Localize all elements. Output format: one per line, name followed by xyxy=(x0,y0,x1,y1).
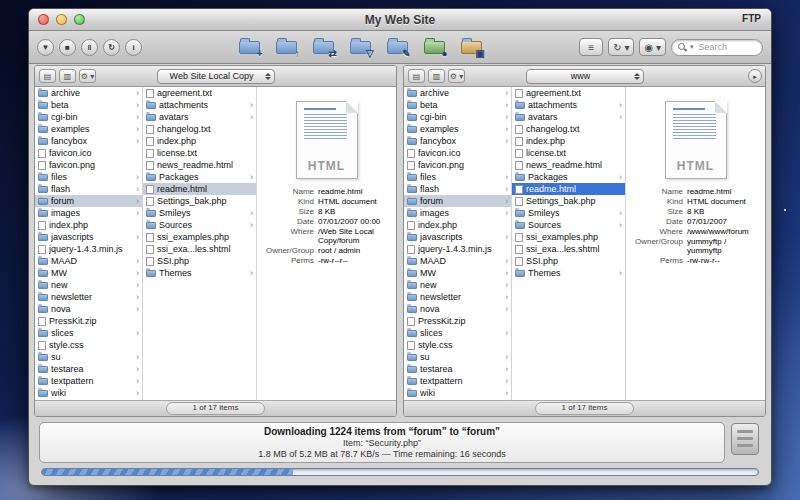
list-item[interactable]: ssi_examples.php xyxy=(143,231,256,243)
list-item[interactable]: slices› xyxy=(404,327,511,339)
list-item[interactable]: Sources› xyxy=(512,219,625,231)
list-item[interactable]: changelog.txt xyxy=(143,123,256,135)
list-item[interactable]: MW› xyxy=(404,267,511,279)
local-folder-column[interactable]: archive›beta›cgi-bin›examples›fancybox›f… xyxy=(35,87,143,400)
list-item[interactable]: examples› xyxy=(404,123,511,135)
new-folder-icon[interactable]: + xyxy=(237,36,263,58)
list-item[interactable]: index.php xyxy=(512,135,625,147)
list-item[interactable]: javascripts› xyxy=(404,231,511,243)
list-item[interactable]: news_readme.html xyxy=(143,159,256,171)
list-item[interactable]: license.txt xyxy=(512,147,625,159)
local-file-column[interactable]: agreement.txtattachments›avatars›changel… xyxy=(143,87,257,400)
view-options-button[interactable]: ◉ ▾ xyxy=(639,38,666,56)
list-item[interactable]: archive› xyxy=(35,87,142,99)
list-item[interactable]: index.php xyxy=(35,219,142,231)
list-item[interactable]: flash› xyxy=(35,183,142,195)
refresh-button[interactable]: ↻ xyxy=(103,39,120,56)
list-item[interactable]: ssi_exa...les.shtml xyxy=(512,243,625,255)
close-button[interactable] xyxy=(38,14,49,25)
list-item[interactable]: jquery-1.4.3.min.js xyxy=(404,243,511,255)
list-item[interactable]: images› xyxy=(35,207,142,219)
list-item[interactable]: testarea› xyxy=(35,363,142,375)
list-item[interactable]: forum› xyxy=(404,195,511,207)
list-item[interactable]: Smileys› xyxy=(143,207,256,219)
list-item[interactable]: new› xyxy=(404,279,511,291)
list-item[interactable]: beta› xyxy=(35,99,142,111)
list-item[interactable]: style.css xyxy=(35,339,142,351)
pause-button[interactable]: ‖ xyxy=(81,39,98,56)
list-item[interactable]: PressKit.zip xyxy=(404,315,511,327)
list-item[interactable]: index.php xyxy=(143,135,256,147)
list-item[interactable]: PressKit.zip xyxy=(35,315,142,327)
remote-file-column[interactable]: agreement.txtattachments›avatars›changel… xyxy=(512,87,626,400)
list-item[interactable]: Settings_bak.php xyxy=(512,195,625,207)
list-item[interactable]: SSI.php xyxy=(512,255,625,267)
edit-icon[interactable]: ✎ xyxy=(385,36,411,58)
list-item[interactable]: su› xyxy=(404,351,511,363)
list-item[interactable]: Packages› xyxy=(512,171,625,183)
list-item[interactable]: wiki› xyxy=(35,387,142,399)
list-item[interactable]: MAAD› xyxy=(404,255,511,267)
web-icon[interactable]: ● xyxy=(422,36,448,58)
search-scope-caret-icon[interactable]: ▾ xyxy=(690,43,694,51)
list-item[interactable]: textpattern› xyxy=(35,375,142,387)
list-item[interactable]: su› xyxy=(35,351,142,363)
list-item[interactable]: fancybox› xyxy=(404,135,511,147)
info-button[interactable]: i xyxy=(125,39,142,56)
list-item[interactable]: license.txt xyxy=(143,147,256,159)
list-item[interactable]: Themes› xyxy=(143,267,256,279)
list-item[interactable]: Packages› xyxy=(143,171,256,183)
list-item[interactable]: attachments› xyxy=(143,99,256,111)
list-item[interactable]: Settings_bak.php xyxy=(143,195,256,207)
list-item[interactable]: nova› xyxy=(404,303,511,315)
list-item[interactable]: favicon.png xyxy=(35,159,142,171)
list-item[interactable]: Smileys› xyxy=(512,207,625,219)
list-item[interactable]: avatars› xyxy=(512,111,625,123)
list-item[interactable]: cgi-bin› xyxy=(404,111,511,123)
list-item[interactable]: ssi_examples.php xyxy=(512,231,625,243)
list-item[interactable]: favicon.ico xyxy=(35,147,142,159)
list-item[interactable]: files› xyxy=(35,171,142,183)
sync-folders-icon[interactable]: ⇄ xyxy=(311,36,337,58)
list-item[interactable]: agreement.txt xyxy=(143,87,256,99)
list-item[interactable]: Themes› xyxy=(512,267,625,279)
list-item[interactable]: changelog.txt xyxy=(512,123,625,135)
list-item[interactable]: attachments› xyxy=(512,99,625,111)
list-item[interactable]: javascripts› xyxy=(35,231,142,243)
columns-view-icon[interactable]: ▥ xyxy=(59,69,76,83)
remote-path-popup[interactable]: www xyxy=(526,69,644,84)
list-view-button[interactable]: ≡ xyxy=(579,38,603,56)
list-item[interactable]: fancybox› xyxy=(35,135,142,147)
upload-folder-icon[interactable]: ↑ xyxy=(274,36,300,58)
list-item[interactable]: ssi_exa...les.shtml xyxy=(143,243,256,255)
list-item[interactable]: newsletter› xyxy=(404,291,511,303)
list-item[interactable]: testarea› xyxy=(404,363,511,375)
list-item[interactable]: Sources› xyxy=(143,219,256,231)
list-item[interactable]: archive› xyxy=(404,87,511,99)
list-item[interactable]: new› xyxy=(35,279,142,291)
list-item[interactable]: MW› xyxy=(35,267,142,279)
list-item[interactable]: cgi-bin› xyxy=(35,111,142,123)
search-input[interactable] xyxy=(697,41,756,53)
list-item[interactable]: files› xyxy=(404,171,511,183)
minimize-button[interactable] xyxy=(56,14,67,25)
list-item[interactable]: flash› xyxy=(404,183,511,195)
list-item[interactable]: forum› xyxy=(35,195,142,207)
computer-icon[interactable]: ▤ xyxy=(39,69,56,83)
list-item[interactable]: jquery-1.4.3.min.js xyxy=(35,243,142,255)
list-item[interactable]: images› xyxy=(404,207,511,219)
local-path-popup[interactable]: Web Site Local Copy xyxy=(157,69,275,84)
list-item[interactable]: nova› xyxy=(35,303,142,315)
go-button[interactable]: ▸ xyxy=(748,69,762,83)
titlebar[interactable]: My Web Site FTP xyxy=(29,9,771,31)
list-item[interactable]: readme.html xyxy=(512,183,625,195)
list-item[interactable]: favicon.ico xyxy=(404,147,511,159)
list-item[interactable]: textpattern› xyxy=(404,375,511,387)
stop-button[interactable]: ■ xyxy=(59,39,76,56)
search-field[interactable]: ▾ xyxy=(671,39,763,56)
computer-icon[interactable]: ▤ xyxy=(408,69,425,83)
list-item[interactable]: newsletter› xyxy=(35,291,142,303)
gear-icon[interactable]: ⚙ ▾ xyxy=(448,69,465,83)
list-item[interactable]: index.php xyxy=(404,219,511,231)
zoom-button[interactable] xyxy=(74,14,85,25)
